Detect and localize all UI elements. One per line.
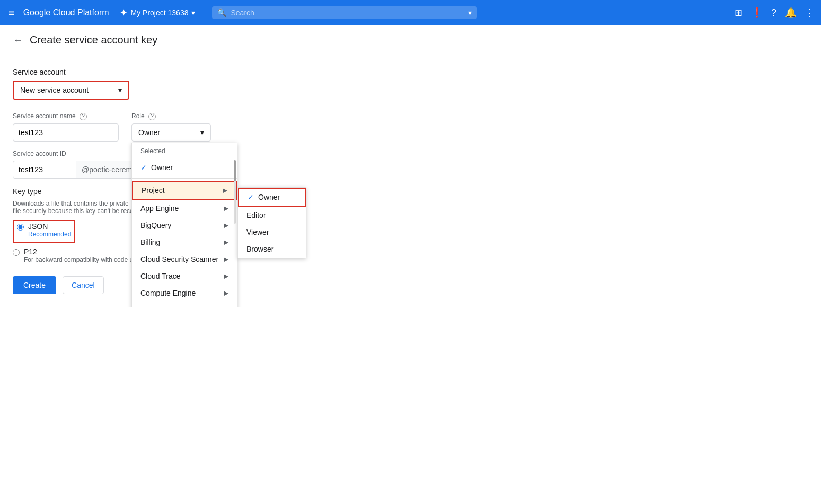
json-radio-option: JSON Recommended	[17, 222, 71, 238]
bell-icon[interactable]: 🔔	[785, 7, 797, 19]
role-menu-item-compute-engine[interactable]: Compute Engine ▶	[132, 285, 237, 302]
json-radio-label: JSON	[28, 222, 71, 231]
project-dot-icon: ✦	[120, 7, 128, 19]
role-menu-billing-arrow-icon: ▶	[224, 238, 228, 246]
role-menu-owner-selected-label: Owner	[151, 163, 173, 172]
service-account-dropdown[interactable]: New service account ▾	[13, 81, 129, 100]
role-menu-compute-engine-arrow-icon: ▶	[224, 289, 228, 297]
role-menu-item-appengine[interactable]: App Engine ▶	[132, 200, 237, 217]
role-menu-project-arrow-icon: ▶	[223, 187, 227, 194]
back-arrow-icon[interactable]: ←	[13, 34, 23, 46]
json-option-container: JSON Recommended	[13, 220, 75, 243]
role-menu-item-datastore[interactable]: Datastore ▶	[132, 302, 237, 307]
role-menu-item-project[interactable]: Project ▶	[132, 181, 237, 200]
grid-icon[interactable]: ⊞	[735, 7, 743, 19]
role-menu-compute-engine-label: Compute Engine	[140, 289, 196, 297]
role-menu-item-owner-selected[interactable]: ✓ Owner	[132, 159, 237, 176]
service-account-value: New service account	[20, 86, 89, 94]
json-radio-input[interactable]	[17, 224, 24, 231]
project-submenu: ✓ Owner Editor Viewer Browser	[237, 187, 306, 258]
role-arrow-icon: ▾	[200, 128, 204, 137]
service-account-name-input[interactable]	[13, 123, 119, 142]
page-header: ← Create service account key	[0, 25, 821, 55]
role-menu-cloud-security-scanner-arrow-icon: ▶	[224, 255, 228, 263]
p12-radio-input[interactable]	[13, 249, 20, 256]
project-name: My Project 13638	[131, 8, 189, 17]
role-dropdown-container: Owner ▾ Selected ✓ Owner Project ▶	[131, 123, 211, 142]
role-menu: Selected ✓ Owner Project ▶ App Engine ▶	[131, 143, 237, 307]
main-content: Service account New service account ▾ Se…	[0, 55, 821, 307]
check-icon: ✓	[140, 163, 147, 172]
form-row-name-role: Service account name ? Role ? Owner ▾ Se…	[13, 112, 808, 142]
role-menu-item-billing[interactable]: Billing ▶	[132, 234, 237, 251]
service-account-name-label: Service account name ?	[13, 112, 119, 120]
nav-icons: ⊞ ❗ ? 🔔 ⋮	[735, 7, 815, 19]
role-value: Owner	[138, 128, 160, 137]
role-menu-cloud-trace-label: Cloud Trace	[140, 272, 180, 280]
service-account-section: Service account New service account ▾	[13, 68, 808, 100]
service-account-arrow-icon: ▾	[118, 86, 122, 94]
role-menu-item-cloud-trace[interactable]: Cloud Trace ▶	[132, 268, 237, 285]
role-menu-bigquery-arrow-icon: ▶	[224, 222, 228, 229]
role-menu-bigquery-label: BigQuery	[140, 221, 171, 229]
cancel-button[interactable]: Cancel	[63, 276, 104, 294]
top-nav: ≡ Google Cloud Platform ✦ My Project 136…	[0, 0, 821, 25]
search-icon: 🔍	[217, 8, 226, 17]
role-help-icon[interactable]: ?	[148, 113, 156, 120]
more-dots-icon[interactable]: ⋮	[805, 7, 815, 19]
role-menu-datastore-label: Datastore	[140, 306, 173, 307]
search-bar[interactable]: 🔍 ▾	[212, 6, 477, 19]
create-button[interactable]: Create	[13, 276, 56, 294]
project-submenu-viewer-label: Viewer	[246, 228, 269, 236]
page-title: Create service account key	[30, 34, 157, 46]
role-field: Role ? Owner ▾ Selected ✓ Owner	[131, 112, 211, 142]
role-menu-project-label: Project	[142, 186, 165, 194]
project-submenu-item-owner[interactable]: ✓ Owner	[238, 188, 306, 207]
project-submenu-browser-label: Browser	[246, 245, 273, 253]
project-submenu-item-browser[interactable]: Browser	[238, 241, 306, 258]
project-selector[interactable]: ✦ My Project 13638 ▾	[120, 7, 196, 19]
hamburger-icon[interactable]: ≡	[6, 5, 17, 21]
json-recommended-label: Recommended	[28, 231, 71, 238]
project-submenu-item-viewer[interactable]: Viewer	[238, 224, 306, 241]
project-submenu-item-editor[interactable]: Editor	[238, 207, 306, 224]
project-submenu-owner-label: Owner	[258, 193, 280, 201]
search-dropdown-icon: ▾	[468, 8, 472, 17]
service-account-label: Service account	[13, 68, 808, 76]
search-input[interactable]	[231, 8, 464, 17]
role-menu-appengine-arrow-icon: ▶	[224, 205, 228, 212]
role-dropdown[interactable]: Owner ▾	[131, 123, 211, 142]
role-menu-billing-label: Billing	[140, 238, 160, 246]
scrollbar-track[interactable]	[234, 160, 236, 224]
role-menu-item-cloud-security-scanner[interactable]: Cloud Security Scanner ▶	[132, 251, 237, 268]
role-menu-divider	[132, 178, 237, 179]
role-menu-appengine-label: App Engine	[140, 204, 179, 213]
alert-icon[interactable]: ❗	[751, 7, 763, 19]
project-submenu-editor-label: Editor	[246, 211, 266, 219]
project-owner-check-icon: ✓	[248, 193, 254, 201]
role-menu-selected-header: Selected	[132, 143, 237, 159]
role-menu-item-bigquery[interactable]: BigQuery ▶	[132, 217, 237, 234]
brand-name: Google Cloud Platform	[23, 8, 109, 17]
service-account-id-input[interactable]	[13, 161, 76, 179]
role-menu-cloud-trace-arrow-icon: ▶	[224, 272, 228, 280]
scrollbar-thumb	[234, 160, 236, 181]
service-account-name-field: Service account name ?	[13, 112, 119, 142]
role-menu-datastore-arrow-icon: ▶	[224, 306, 228, 307]
role-menu-cloud-security-scanner-label: Cloud Security Scanner	[140, 255, 218, 263]
project-arrow-icon: ▾	[191, 8, 195, 17]
question-icon[interactable]: ?	[771, 7, 776, 19]
role-label: Role ?	[131, 112, 211, 120]
service-account-name-help-icon[interactable]: ?	[80, 113, 87, 120]
